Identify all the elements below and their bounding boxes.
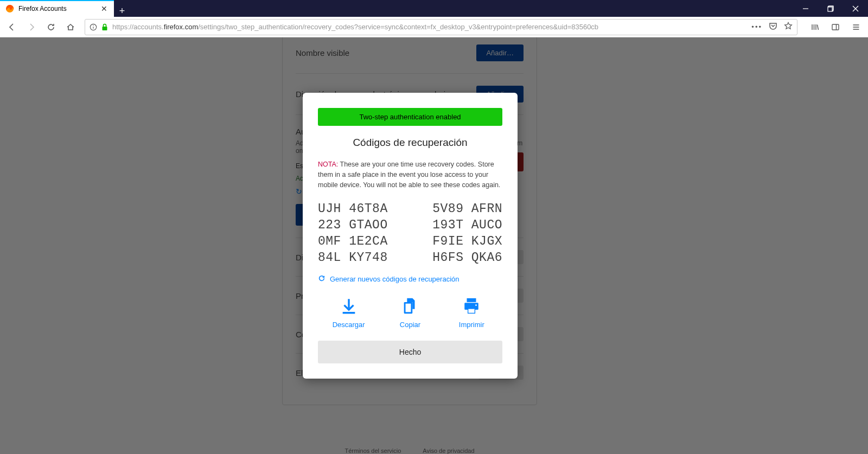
svg-rect-28: [469, 309, 475, 313]
code: 5V89 AFRN: [411, 202, 502, 216]
copy-button[interactable]: Copiar: [386, 297, 435, 329]
code: 0MF 1E2CA: [318, 234, 403, 248]
regenerate-codes-link[interactable]: Generar nuevos códigos de recuperación: [318, 274, 502, 284]
sidebar-icon[interactable]: [827, 18, 844, 36]
download-label: Descargar: [333, 321, 365, 329]
svg-line-15: [818, 24, 819, 30]
svg-rect-11: [103, 27, 107, 30]
code: 84L KY748: [318, 251, 403, 265]
bookmark-star-icon[interactable]: [784, 22, 793, 32]
browser-tab[interactable]: Firefox Accounts ✕: [0, 0, 114, 17]
svg-rect-22: [405, 304, 411, 312]
code: 193T AUCO: [411, 218, 502, 232]
close-button[interactable]: [843, 0, 868, 17]
tabstrip: Firefox Accounts ✕ +: [0, 0, 130, 17]
window-controls: [793, 0, 868, 17]
modal-note: NOTA: These are your one time use recove…: [318, 159, 502, 190]
done-button[interactable]: Hecho: [318, 341, 502, 363]
forward-button[interactable]: [23, 18, 40, 36]
refresh-icon: [318, 274, 326, 284]
reload-button[interactable]: [42, 18, 60, 36]
success-banner: Two-step authentication enabled: [318, 108, 502, 126]
url-text: https://accounts.firefox.com/settings/tw…: [112, 23, 747, 31]
maximize-button[interactable]: [818, 0, 843, 17]
url-path: /settings/two_step_authentication/recove…: [198, 23, 598, 31]
page-actions-icon[interactable]: •••: [751, 23, 762, 31]
download-button[interactable]: Descargar: [324, 297, 373, 329]
titlebar: Firefox Accounts ✕ +: [0, 0, 868, 17]
tab-close-icon[interactable]: ✕: [100, 4, 108, 13]
note-label: NOTA:: [318, 161, 338, 168]
copy-label: Copiar: [400, 321, 420, 329]
menu-icon[interactable]: [847, 18, 865, 36]
toolbar: https://accounts.firefox.com/settings/tw…: [0, 17, 868, 37]
url-host: firefox.com: [164, 23, 199, 31]
svg-rect-5: [828, 7, 832, 11]
code: F9IE KJGX: [411, 234, 502, 248]
note-text: These are your one time use recovery cod…: [318, 161, 500, 189]
url-prefix: https://accounts.: [112, 23, 164, 31]
urlbar-right-icons: •••: [751, 22, 793, 32]
code: UJH 46T8A: [318, 202, 403, 216]
modal-title: Códigos de recuperación: [318, 137, 502, 149]
url-bar[interactable]: https://accounts.firefox.com/settings/tw…: [85, 19, 797, 35]
svg-point-27: [475, 304, 477, 306]
print-label: Imprimir: [459, 321, 484, 329]
toolbar-right: [806, 18, 865, 36]
code: 223 GTAOO: [318, 218, 403, 232]
tab-title: Firefox Accounts: [18, 5, 95, 12]
home-button[interactable]: [62, 18, 79, 36]
svg-rect-16: [832, 24, 839, 30]
modal-actions: Descargar Copiar Imprimir: [318, 297, 502, 329]
pocket-icon[interactable]: [769, 22, 777, 32]
svg-rect-23: [467, 298, 476, 302]
firefox-favicon: [5, 4, 14, 13]
print-button[interactable]: Imprimir: [447, 297, 496, 329]
code: H6FS QKA6: [411, 251, 502, 265]
new-tab-button[interactable]: +: [114, 5, 130, 17]
svg-point-10: [93, 25, 93, 25]
minimize-button[interactable]: [793, 0, 818, 17]
recovery-codes-modal: Two-step authentication enabled Códigos …: [303, 93, 518, 379]
lock-icon[interactable]: [101, 23, 108, 31]
back-button[interactable]: [3, 18, 21, 36]
recovery-codes-list: UJH 46T8A5V89 AFRN 223 GTAOO193T AUCO 0M…: [318, 202, 502, 265]
site-info-icon[interactable]: [90, 23, 97, 31]
library-icon[interactable]: [806, 18, 824, 36]
tab-loading-bar: [0, 0, 114, 1]
regenerate-label: Generar nuevos códigos de recuperación: [330, 275, 459, 283]
content-area: Nombre visible Añadir… Dirección de corr…: [0, 37, 868, 454]
